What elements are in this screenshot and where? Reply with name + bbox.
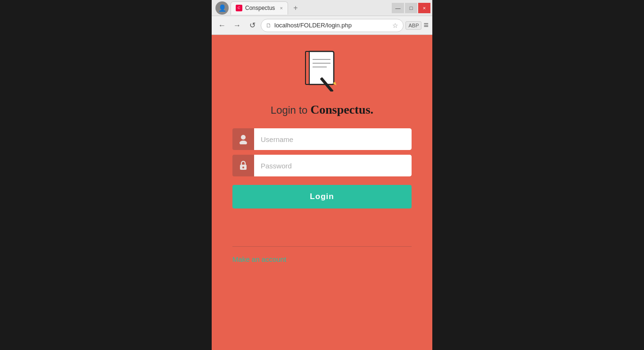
password-input[interactable] (254, 155, 412, 176)
login-form: Login (232, 128, 412, 208)
user-field-icon (232, 128, 254, 150)
title-bar-left: 👤 C Conspectus × + (212, 1, 392, 15)
nav-bar: ← → ↺ 🗋 localhost/FOLDER/login.php ☆ ABP… (212, 16, 432, 35)
login-prefix: Login to (271, 104, 310, 116)
password-input-group (232, 155, 412, 176)
svg-point-8 (239, 141, 247, 144)
svg-rect-1 (305, 51, 309, 84)
browser-menu-button[interactable]: ≡ (423, 20, 429, 30)
new-tab-button[interactable]: + (290, 2, 301, 14)
tab-favicon: C (236, 5, 242, 11)
svg-point-10 (242, 167, 244, 168)
abp-button[interactable]: ABP (405, 21, 421, 30)
tab-title: Conspectus (245, 5, 275, 11)
bookmark-button[interactable]: ☆ (392, 22, 398, 29)
title-bar: 👤 C Conspectus × + — □ × (212, 0, 432, 16)
address-page-icon: 🗋 (266, 22, 272, 29)
window-controls: — □ × (392, 3, 432, 13)
svg-point-7 (241, 135, 246, 140)
make-account-link[interactable]: Make an account (232, 255, 286, 263)
minimize-button[interactable]: — (392, 3, 404, 13)
maximize-button[interactable]: □ (405, 3, 417, 13)
browser-window: 👤 C Conspectus × + — □ × ← → ↺ 🗋 localho… (212, 0, 432, 350)
divider-section: Make an account (232, 246, 412, 264)
user-icon: 👤 (218, 4, 226, 12)
forward-button[interactable]: → (231, 19, 244, 32)
user-icon-btn[interactable]: 👤 (215, 1, 229, 15)
username-input[interactable] (254, 128, 412, 150)
browser-tab[interactable]: C Conspectus × (231, 1, 288, 15)
tab-close-button[interactable]: × (280, 5, 282, 11)
close-button[interactable]: × (418, 3, 430, 13)
reload-button[interactable]: ↺ (246, 19, 259, 32)
lock-field-icon (232, 155, 254, 176)
url-text: localhost/FOLDER/login.php (274, 22, 389, 29)
app-name: Conspectus. (310, 103, 373, 117)
page-content: Login to Conspectus. (212, 35, 432, 350)
logo-container (303, 49, 341, 93)
username-input-group (232, 128, 412, 150)
back-button[interactable]: ← (215, 19, 229, 32)
login-button[interactable]: Login (232, 185, 412, 208)
login-heading: Login to Conspectus. (271, 103, 373, 117)
notebook-logo (303, 49, 341, 92)
address-bar[interactable]: 🗋 localhost/FOLDER/login.php ☆ (261, 19, 404, 32)
